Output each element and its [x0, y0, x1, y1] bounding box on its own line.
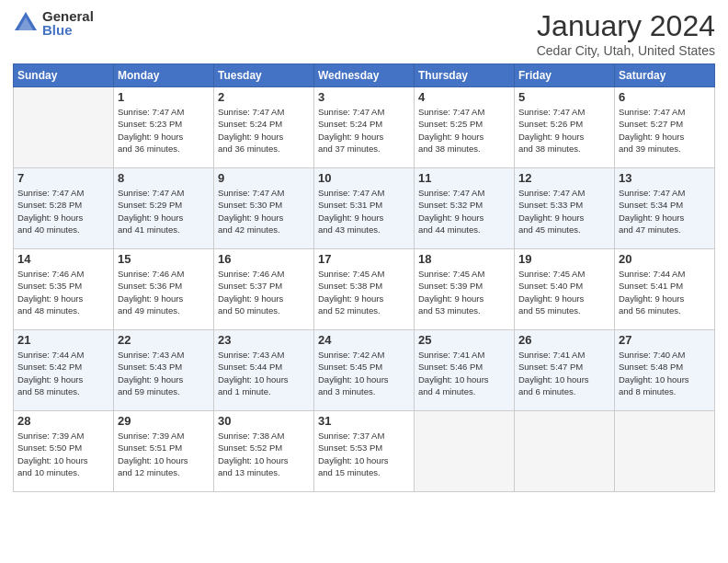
day-info: Sunrise: 7:47 AM Sunset: 5:23 PM Dayligh…	[118, 106, 210, 155]
day-info: Sunrise: 7:47 AM Sunset: 5:24 PM Dayligh…	[218, 106, 310, 155]
day-number: 4	[418, 90, 510, 104]
day-number: 6	[619, 90, 711, 104]
col-header-tuesday: Tuesday	[214, 64, 314, 87]
day-info: Sunrise: 7:46 AM Sunset: 5:36 PM Dayligh…	[118, 268, 210, 316]
day-number: 13	[619, 171, 711, 185]
col-header-saturday: Saturday	[615, 64, 715, 87]
day-info: Sunrise: 7:43 AM Sunset: 5:44 PM Dayligh…	[218, 349, 310, 397]
day-info: Sunrise: 7:47 AM Sunset: 5:32 PM Dayligh…	[418, 187, 510, 236]
day-info: Sunrise: 7:44 AM Sunset: 5:41 PM Dayligh…	[619, 268, 711, 316]
logo-blue-text: Blue	[42, 23, 94, 37]
day-cell: 5Sunrise: 7:47 AM Sunset: 5:26 PM Daylig…	[515, 87, 615, 168]
day-info: Sunrise: 7:44 AM Sunset: 5:42 PM Dayligh…	[17, 349, 109, 397]
day-info: Sunrise: 7:47 AM Sunset: 5:24 PM Dayligh…	[318, 106, 410, 155]
day-number: 21	[17, 333, 109, 347]
day-cell: 27Sunrise: 7:40 AM Sunset: 5:48 PM Dayli…	[615, 330, 715, 411]
day-number: 26	[518, 333, 610, 347]
day-number: 20	[619, 252, 711, 266]
day-number: 11	[418, 171, 510, 185]
calendar-body: 1Sunrise: 7:47 AM Sunset: 5:23 PM Daylig…	[14, 87, 715, 492]
day-number: 2	[218, 90, 310, 104]
week-row-2: 7Sunrise: 7:47 AM Sunset: 5:28 PM Daylig…	[14, 168, 715, 249]
logo-text: General Blue	[42, 9, 94, 37]
day-number: 19	[518, 252, 610, 266]
day-cell: 4Sunrise: 7:47 AM Sunset: 5:25 PM Daylig…	[415, 87, 515, 168]
day-cell: 28Sunrise: 7:39 AM Sunset: 5:50 PM Dayli…	[14, 411, 114, 492]
logo-general-text: General	[42, 9, 94, 23]
day-number: 7	[17, 171, 109, 185]
day-cell: 7Sunrise: 7:47 AM Sunset: 5:28 PM Daylig…	[14, 168, 114, 249]
day-info: Sunrise: 7:46 AM Sunset: 5:37 PM Dayligh…	[218, 268, 310, 316]
week-row-3: 14Sunrise: 7:46 AM Sunset: 5:35 PM Dayli…	[14, 249, 715, 330]
day-number: 29	[118, 414, 210, 428]
day-info: Sunrise: 7:39 AM Sunset: 5:50 PM Dayligh…	[17, 430, 109, 478]
day-cell: 8Sunrise: 7:47 AM Sunset: 5:29 PM Daylig…	[114, 168, 214, 249]
day-cell: 23Sunrise: 7:43 AM Sunset: 5:44 PM Dayli…	[214, 330, 314, 411]
day-cell: 29Sunrise: 7:39 AM Sunset: 5:51 PM Dayli…	[114, 411, 214, 492]
day-cell: 19Sunrise: 7:45 AM Sunset: 5:40 PM Dayli…	[515, 249, 615, 330]
col-header-thursday: Thursday	[415, 64, 515, 87]
day-number: 9	[218, 171, 310, 185]
day-number: 3	[318, 90, 410, 104]
day-number: 17	[318, 252, 410, 266]
day-cell: 25Sunrise: 7:41 AM Sunset: 5:46 PM Dayli…	[415, 330, 515, 411]
day-cell: 2Sunrise: 7:47 AM Sunset: 5:24 PM Daylig…	[214, 87, 314, 168]
day-info: Sunrise: 7:43 AM Sunset: 5:43 PM Dayligh…	[118, 349, 210, 397]
day-number: 15	[118, 252, 210, 266]
subtitle: Cedar City, Utah, United States	[537, 43, 715, 58]
day-info: Sunrise: 7:47 AM Sunset: 5:34 PM Dayligh…	[619, 187, 711, 236]
day-info: Sunrise: 7:42 AM Sunset: 5:45 PM Dayligh…	[318, 349, 410, 397]
day-number: 27	[619, 333, 711, 347]
header: General Blue January 2024 Cedar City, Ut…	[13, 9, 715, 58]
day-info: Sunrise: 7:47 AM Sunset: 5:26 PM Dayligh…	[518, 106, 610, 155]
day-cell: 10Sunrise: 7:47 AM Sunset: 5:31 PM Dayli…	[314, 168, 415, 249]
day-cell	[615, 411, 715, 492]
day-info: Sunrise: 7:47 AM Sunset: 5:25 PM Dayligh…	[418, 106, 510, 155]
day-info: Sunrise: 7:45 AM Sunset: 5:40 PM Dayligh…	[518, 268, 610, 316]
header-row: SundayMondayTuesdayWednesdayThursdayFrid…	[14, 64, 715, 87]
day-info: Sunrise: 7:38 AM Sunset: 5:52 PM Dayligh…	[218, 430, 310, 478]
day-number: 1	[118, 90, 210, 104]
day-cell	[14, 87, 114, 168]
logo: General Blue	[13, 9, 94, 37]
day-number: 23	[218, 333, 310, 347]
day-cell: 6Sunrise: 7:47 AM Sunset: 5:27 PM Daylig…	[615, 87, 715, 168]
day-number: 18	[418, 252, 510, 266]
week-row-4: 21Sunrise: 7:44 AM Sunset: 5:42 PM Dayli…	[14, 330, 715, 411]
day-number: 10	[318, 171, 410, 185]
day-number: 28	[17, 414, 109, 428]
day-number: 8	[118, 171, 210, 185]
day-info: Sunrise: 7:45 AM Sunset: 5:38 PM Dayligh…	[318, 268, 410, 316]
day-info: Sunrise: 7:41 AM Sunset: 5:47 PM Dayligh…	[518, 349, 610, 397]
day-cell: 30Sunrise: 7:38 AM Sunset: 5:52 PM Dayli…	[214, 411, 314, 492]
day-cell: 20Sunrise: 7:44 AM Sunset: 5:41 PM Dayli…	[615, 249, 715, 330]
day-info: Sunrise: 7:39 AM Sunset: 5:51 PM Dayligh…	[118, 430, 210, 478]
day-info: Sunrise: 7:41 AM Sunset: 5:46 PM Dayligh…	[418, 349, 510, 397]
day-cell: 31Sunrise: 7:37 AM Sunset: 5:53 PM Dayli…	[314, 411, 415, 492]
day-number: 16	[218, 252, 310, 266]
title-section: January 2024 Cedar City, Utah, United St…	[537, 9, 715, 58]
day-number: 31	[318, 414, 410, 428]
day-cell: 26Sunrise: 7:41 AM Sunset: 5:47 PM Dayli…	[515, 330, 615, 411]
day-info: Sunrise: 7:47 AM Sunset: 5:27 PM Dayligh…	[619, 106, 711, 155]
day-cell: 21Sunrise: 7:44 AM Sunset: 5:42 PM Dayli…	[14, 330, 114, 411]
day-cell: 3Sunrise: 7:47 AM Sunset: 5:24 PM Daylig…	[314, 87, 415, 168]
day-number: 5	[518, 90, 610, 104]
logo-icon	[13, 10, 39, 36]
day-info: Sunrise: 7:47 AM Sunset: 5:29 PM Dayligh…	[118, 187, 210, 236]
day-number: 12	[518, 171, 610, 185]
day-info: Sunrise: 7:45 AM Sunset: 5:39 PM Dayligh…	[418, 268, 510, 316]
calendar-table: SundayMondayTuesdayWednesdayThursdayFrid…	[13, 63, 715, 492]
day-info: Sunrise: 7:47 AM Sunset: 5:28 PM Dayligh…	[17, 187, 109, 236]
day-number: 14	[17, 252, 109, 266]
col-header-monday: Monday	[114, 64, 214, 87]
day-info: Sunrise: 7:46 AM Sunset: 5:35 PM Dayligh…	[17, 268, 109, 316]
col-header-friday: Friday	[515, 64, 615, 87]
day-cell: 14Sunrise: 7:46 AM Sunset: 5:35 PM Dayli…	[14, 249, 114, 330]
main-title: January 2024	[537, 9, 715, 43]
col-header-sunday: Sunday	[14, 64, 114, 87]
day-number: 24	[318, 333, 410, 347]
day-cell	[515, 411, 615, 492]
day-cell: 9Sunrise: 7:47 AM Sunset: 5:30 PM Daylig…	[214, 168, 314, 249]
week-row-1: 1Sunrise: 7:47 AM Sunset: 5:23 PM Daylig…	[14, 87, 715, 168]
